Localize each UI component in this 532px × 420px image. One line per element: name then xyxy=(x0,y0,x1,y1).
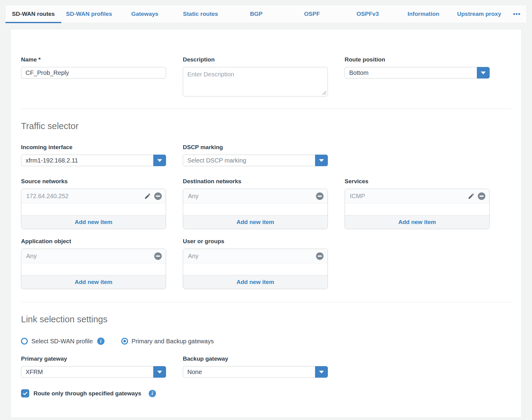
user-groups-label: User or groups xyxy=(183,238,328,245)
list-item-value: ICMP xyxy=(350,193,468,200)
tab-bar: SD-WAN routes SD-WAN profiles Gateways S… xyxy=(5,5,527,23)
radio-primary-backup-gateways[interactable] xyxy=(121,338,128,345)
tab-ospf[interactable]: OSPF xyxy=(284,5,340,23)
route-position-field-group: Route position Bottom xyxy=(345,56,490,79)
ellipsis-icon: ••• xyxy=(513,10,520,18)
pencil-icon xyxy=(144,193,151,200)
tab-label: Upstream proxy xyxy=(457,11,501,17)
dscp-select[interactable]: Select DSCP marking xyxy=(183,155,328,166)
services-label: Services xyxy=(345,178,490,185)
remove-item-button[interactable] xyxy=(477,192,486,200)
tab-ospfv3[interactable]: OSPFv3 xyxy=(340,5,395,23)
dropdown-button[interactable] xyxy=(315,155,328,166)
backup-gateway-label: Backup gateway xyxy=(183,355,328,362)
interface-dscp-row: Incoming interface xfrm1-192.168.2.11 DS… xyxy=(21,144,511,166)
list-item-value: 172.64.240.252 xyxy=(26,193,144,200)
tab-information[interactable]: Information xyxy=(395,5,451,23)
chevron-down-icon xyxy=(319,371,324,373)
primary-gateway-select[interactable]: XFRM xyxy=(21,366,166,378)
add-new-item-button[interactable]: Add new item xyxy=(345,215,489,229)
list-item: 172.64.240.252 xyxy=(21,189,166,203)
source-networks-listbox: 172.64.240.252 Add new item xyxy=(21,189,166,229)
radio-select-sdwan-profile[interactable] xyxy=(21,338,28,345)
description-textarea[interactable]: Enter Description xyxy=(183,67,328,96)
description-placeholder: Enter Description xyxy=(183,67,328,82)
backup-gateway-field-group: Backup gateway None xyxy=(183,355,328,378)
tab-label: OSPFv3 xyxy=(356,11,379,17)
tab-static-routes[interactable]: Static routes xyxy=(173,5,229,23)
dropdown-button[interactable] xyxy=(153,366,166,378)
more-tabs-button[interactable]: ••• xyxy=(507,5,527,23)
add-new-item-button[interactable]: Add new item xyxy=(21,215,166,229)
description-label: Description xyxy=(183,56,328,63)
dscp-placeholder-value: Select DSCP marking xyxy=(187,157,246,164)
section-divider xyxy=(21,109,511,109)
remove-item-button[interactable] xyxy=(316,252,324,260)
destination-networks-label: Destination networks xyxy=(183,178,328,185)
tab-upstream-proxy[interactable]: Upstream proxy xyxy=(451,5,507,23)
backup-gateway-select[interactable]: None xyxy=(183,366,328,378)
dropdown-button[interactable] xyxy=(477,67,490,79)
tab-bgp[interactable]: BGP xyxy=(229,5,284,23)
list-item-value: Any xyxy=(188,253,316,260)
remove-item-button[interactable] xyxy=(154,192,162,200)
edit-item-button[interactable] xyxy=(468,193,475,200)
resize-handle-icon[interactable] xyxy=(322,90,326,95)
list-item: Any xyxy=(183,189,328,203)
edit-item-button[interactable] xyxy=(144,193,151,200)
name-field-group: Name * xyxy=(21,56,166,79)
radio-label-sdwan-profile: Select SD-WAN profile xyxy=(31,338,93,345)
source-networks-field-group: Source networks 172.64.240.252 Add new i… xyxy=(21,178,166,229)
dropdown-button[interactable] xyxy=(315,366,328,378)
tab-label: Gateways xyxy=(131,11,158,17)
remove-item-button[interactable] xyxy=(154,252,162,260)
tab-gateways[interactable]: Gateways xyxy=(117,5,173,23)
add-new-item-button[interactable]: Add new item xyxy=(21,275,166,289)
tab-sdwan-profiles[interactable]: SD-WAN profiles xyxy=(61,5,117,23)
list-item: Any xyxy=(183,249,328,263)
dscp-field-group: DSCP marking Select DSCP marking xyxy=(183,144,328,166)
gateways-row: Primary gateway XFRM Backup gateway None xyxy=(21,355,511,378)
minus-circle-icon xyxy=(477,192,486,200)
add-new-item-button[interactable]: Add new item xyxy=(183,215,328,229)
services-listbox: ICMP Add new item xyxy=(345,189,490,229)
chevron-down-icon xyxy=(157,371,162,373)
user-groups-listbox: Any Add new item xyxy=(183,249,328,289)
incoming-interface-value: xfrm1-192.168.2.11 xyxy=(26,157,78,164)
route-position-select[interactable]: Bottom xyxy=(345,67,490,79)
checkmark-icon xyxy=(22,390,28,396)
destination-networks-field-group: Destination networks Any Add new item xyxy=(183,178,328,229)
traffic-selector-heading: Traffic selector xyxy=(21,121,511,131)
chevron-down-icon xyxy=(157,159,162,162)
sdwan-route-form-card: Name * Description Enter Description Rou… xyxy=(10,29,522,418)
minus-circle-icon xyxy=(316,192,324,200)
remove-item-button[interactable] xyxy=(316,192,324,200)
tab-sdwan-routes[interactable]: SD-WAN routes xyxy=(5,5,61,23)
tab-label: BGP xyxy=(250,11,262,17)
link-selection-heading: Link selection settings xyxy=(21,314,511,325)
incoming-interface-select[interactable]: xfrm1-192.168.2.11 xyxy=(21,155,166,166)
destination-networks-listbox: Any Add new item xyxy=(183,189,328,229)
user-groups-field-group: User or groups Any Add new item xyxy=(183,238,328,289)
name-input[interactable] xyxy=(21,67,166,79)
application-object-listbox: Any Add new item xyxy=(21,249,166,289)
tab-label: SD-WAN profiles xyxy=(66,11,112,17)
info-icon[interactable]: i xyxy=(97,338,105,345)
info-icon[interactable]: i xyxy=(149,390,156,397)
list-item-value: Any xyxy=(188,193,316,200)
add-new-item-button[interactable]: Add new item xyxy=(183,275,328,289)
minus-circle-icon xyxy=(154,192,162,200)
services-field-group: Services ICMP Add new item xyxy=(345,178,490,229)
tab-label: Information xyxy=(407,11,439,17)
dropdown-button[interactable] xyxy=(153,155,166,166)
primary-gateway-label: Primary gateway xyxy=(21,355,166,362)
route-only-row: Route only through specified gateways i xyxy=(21,389,511,397)
pencil-icon xyxy=(468,193,475,200)
source-networks-label: Source networks xyxy=(21,178,166,185)
dscp-label: DSCP marking xyxy=(183,144,328,151)
route-only-checkbox[interactable] xyxy=(21,389,29,397)
name-label: Name * xyxy=(21,56,166,63)
list-item: ICMP xyxy=(345,189,489,203)
tab-label: Static routes xyxy=(183,11,218,17)
route-position-value: Bottom xyxy=(349,69,368,76)
